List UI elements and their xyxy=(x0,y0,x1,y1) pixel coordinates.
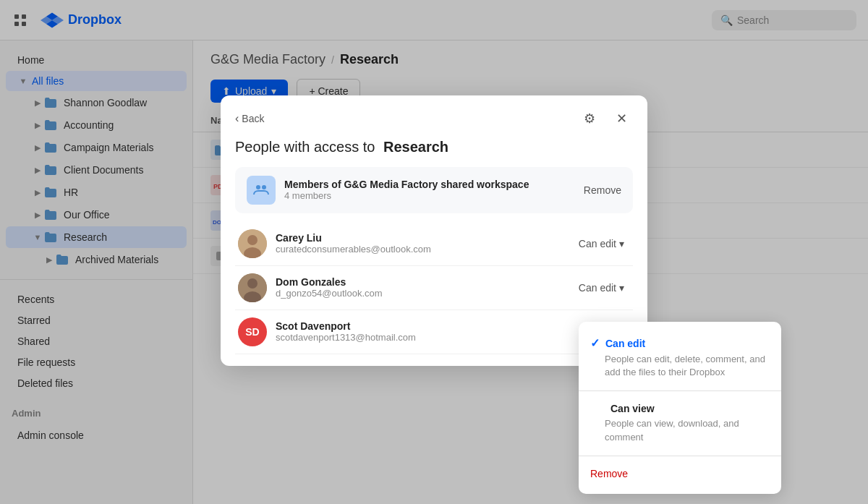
dropdown-remove-button[interactable]: Remove xyxy=(579,459,781,488)
members-avatar xyxy=(247,176,276,205)
user-email: curatedconsumerables@outlook.com xyxy=(276,244,573,255)
members-name: Members of G&G Media Factory shared work… xyxy=(284,179,584,190)
close-icon: ✕ xyxy=(616,111,627,127)
user-name: Scot Davenport xyxy=(276,320,573,332)
members-remove-button[interactable]: Remove xyxy=(584,184,621,196)
permission-button-carey-liu[interactable]: Can edit ▾ xyxy=(573,235,630,252)
user-info-carey-liu: Carey Liu curatedconsumerables@outlook.c… xyxy=(276,232,573,255)
user-avatar-dom-gonzales xyxy=(238,273,267,302)
user-info-dom-gonzales: Dom Gonzales d_gonzo54@outlook.com xyxy=(276,276,573,299)
permission-chevron-icon: ▾ xyxy=(619,238,624,249)
user-avatar-scot-davenport: SD xyxy=(238,317,267,346)
dropdown-divider-2 xyxy=(579,456,781,456)
dropdown-divider xyxy=(579,390,781,391)
user-row-scot-davenport: SD Scot Davenport scotdavenport1313@hotm… xyxy=(235,310,633,354)
folder-name: Research xyxy=(383,139,448,155)
back-button[interactable]: ‹ Back xyxy=(235,112,264,125)
permission-chevron-icon: ▾ xyxy=(619,282,624,294)
members-info: Members of G&G Media Factory shared work… xyxy=(284,179,584,201)
checkmark-icon: ✓ xyxy=(590,336,600,350)
dropdown-option-desc: People can edit, delete, comment, and ad… xyxy=(590,353,770,379)
permission-button-dom-gonzales[interactable]: Can edit ▾ xyxy=(573,279,630,296)
user-name: Dom Gonzales xyxy=(276,276,573,288)
user-row-carey-liu: Carey Liu curatedconsumerables@outlook.c… xyxy=(235,222,633,266)
dropdown-option-desc: People can view, download, and comment xyxy=(590,417,770,443)
dropdown-item-can-view[interactable]: Can view People can view, download, and … xyxy=(579,394,781,452)
user-email: scotdavenport1313@hotmail.com xyxy=(276,332,573,343)
title-prefix: People with access to xyxy=(235,139,375,155)
members-count: 4 members xyxy=(284,190,584,201)
dropdown-option-header: Can view xyxy=(590,403,770,414)
modal-overlay: ‹ Back ⚙ ✕ People with access to Researc… xyxy=(0,0,868,504)
dropdown-option-header: ✓ Can edit xyxy=(590,336,770,350)
svg-point-14 xyxy=(247,235,258,245)
remove-label: Remove xyxy=(590,468,628,479)
back-chevron-icon: ‹ xyxy=(235,112,239,125)
user-info-scot-davenport: Scot Davenport scotdavenport1313@hotmail… xyxy=(276,320,573,343)
modal-header: ‹ Back ⚙ ✕ xyxy=(221,95,647,130)
svg-point-12 xyxy=(262,185,266,189)
permission-label: Can edit xyxy=(579,282,616,294)
settings-button[interactable]: ⚙ xyxy=(578,107,601,130)
close-button[interactable]: ✕ xyxy=(610,107,633,130)
gear-icon: ⚙ xyxy=(584,111,595,127)
permission-dropdown: ✓ Can edit People can edit, delete, comm… xyxy=(579,322,781,494)
dropdown-option-label: Can edit xyxy=(605,338,645,349)
remove-label: Remove xyxy=(584,184,621,196)
svg-point-17 xyxy=(247,278,258,289)
svg-point-11 xyxy=(256,185,260,189)
user-avatar-carey-liu xyxy=(238,229,267,258)
modal-title: People with access to Research xyxy=(221,130,647,167)
members-row: Members of G&G Media Factory shared work… xyxy=(235,167,633,213)
back-label: Back xyxy=(242,113,264,124)
user-row-dom-gonzales: Dom Gonzales d_gonzo54@outlook.com Can e… xyxy=(235,266,633,310)
modal-actions: ⚙ ✕ xyxy=(578,107,633,130)
user-initials: SD xyxy=(245,326,259,338)
user-email: d_gonzo54@outlook.com xyxy=(276,288,573,299)
dropdown-item-can-edit[interactable]: ✓ Can edit People can edit, delete, comm… xyxy=(579,328,781,388)
permission-label: Can edit xyxy=(579,238,616,249)
dropdown-option-label: Can view xyxy=(610,403,655,414)
user-name: Carey Liu xyxy=(276,232,573,244)
